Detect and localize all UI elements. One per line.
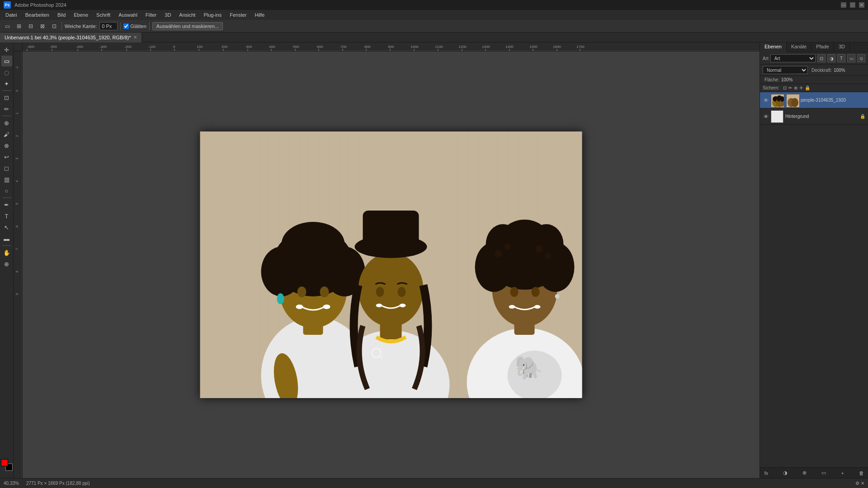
toolbar-addselect-icon[interactable]: ⊞	[14, 22, 24, 31]
tab-ebenen[interactable]: Ebenen	[760, 42, 787, 52]
glatten-checkbox[interactable]	[123, 23, 129, 29]
layer-controls-row: Art Art Name Effekt ⊡ ◑ T ▭ ⊙	[760, 52, 868, 65]
tool-text[interactable]: T	[1, 211, 12, 221]
layer-icon-adjust[interactable]: ◑	[827, 54, 835, 62]
layer-fx-button[interactable]: fx	[762, 469, 771, 478]
layer-delete-button[interactable]: 🗑	[857, 469, 866, 478]
menu-hilfe[interactable]: Hilfe	[251, 11, 268, 19]
menu-bearbeiten[interactable]: Bearbeiten	[22, 11, 53, 19]
tool-eyedropper[interactable]: ✏	[1, 103, 12, 114]
svg-point-97	[500, 220, 550, 260]
auswaehlen-button[interactable]: Auswählen und maskieren...	[152, 22, 223, 30]
tool-dodge[interactable]: ○	[1, 185, 12, 196]
tool-hand[interactable]: ✋	[1, 247, 12, 258]
layer-item-hintergrund[interactable]: 👁 Hintergrund 🔒	[760, 108, 868, 125]
blend-mode-select[interactable]: Normal Multiplizieren Bildschirm Überlag…	[763, 66, 808, 74]
svg-point-99	[505, 244, 511, 250]
menu-plugins[interactable]: Plug-ins	[200, 11, 225, 19]
layer-group-button[interactable]: ▭	[819, 469, 828, 478]
svg-text:1700: 1700	[576, 45, 585, 49]
svg-text:5: 5	[15, 203, 19, 205]
toolbar-newselect-icon[interactable]: ⊡	[50, 22, 59, 31]
svg-text:3: 3	[15, 158, 19, 160]
canvas-area[interactable]: -600 -500 -400 -300 -200 -100 0 100 200 …	[14, 42, 760, 478]
menu-3d[interactable]: 3D	[161, 11, 175, 19]
tool-brush[interactable]: 🖌	[1, 129, 12, 140]
layer-icon-smart[interactable]: ⊙	[857, 54, 865, 62]
tool-gradient[interactable]: ▥	[1, 174, 12, 185]
layer-item-photo[interactable]: 👁	[760, 92, 868, 108]
svg-point-84	[398, 287, 406, 297]
svg-point-102	[510, 287, 519, 297]
weiche-kante-input[interactable]	[99, 22, 118, 30]
panel-tabs: Ebenen Kanäle Pfade 3D	[760, 42, 868, 52]
foreground-color-swatch[interactable]	[1, 459, 8, 466]
tool-lasso[interactable]: ◌	[1, 67, 12, 78]
layer-eye-hintergrund[interactable]: 👁	[763, 113, 769, 120]
minimize-button[interactable]: —	[841, 2, 846, 8]
svg-text:4: 4	[15, 180, 19, 182]
menu-datei[interactable]: Datei	[2, 11, 21, 19]
tool-sep2	[2, 116, 11, 116]
tool-pen[interactable]: ✒	[1, 199, 12, 210]
svg-text:700: 700	[340, 45, 347, 49]
svg-text:-1: -1	[15, 66, 19, 69]
layer-eye-photo[interactable]: 👁	[763, 97, 769, 103]
tool-marquee[interactable]: ▭	[1, 56, 12, 66]
toolbox: ✛ ▭ ◌ ✦ ⊡ ✏ ⊕ 🖌 ⊗ ↩ ◻ ▥ ○ ✒ T ↖ ▬ ✋ ⊕	[0, 42, 14, 478]
layer-icon-pixel[interactable]: ⊡	[817, 54, 826, 62]
toolbar-rect-select-icon[interactable]: ▭	[3, 22, 12, 31]
tool-clone[interactable]: ⊗	[1, 140, 12, 151]
tool-move[interactable]: ✛	[1, 44, 12, 55]
layer-icon-text[interactable]: T	[837, 54, 845, 62]
tool-crop[interactable]: ⊡	[1, 92, 12, 103]
layer-type-select[interactable]: Art Name Effekt	[770, 54, 816, 62]
tool-magic-wand[interactable]: ✦	[1, 78, 12, 89]
svg-text:-400: -400	[76, 45, 84, 49]
canvas-content[interactable]: 🐘	[23, 52, 760, 478]
tool-zoom[interactable]: ⊕	[1, 258, 12, 269]
menu-fenster[interactable]: Fenster	[226, 11, 250, 19]
tool-path-select[interactable]: ↖	[1, 222, 12, 233]
toolbar-subtractselect-icon[interactable]: ⊟	[26, 22, 35, 31]
layer-icon-shape[interactable]: ▭	[847, 54, 855, 62]
menu-filter[interactable]: Filter	[142, 11, 160, 19]
layer-locked-icon: 🔒	[860, 114, 865, 119]
color-picker	[0, 459, 13, 476]
lock-artboard-icon[interactable]: ⊕	[794, 85, 797, 90]
tool-sep1	[2, 90, 11, 91]
layer-name-hintergrund: Hintergrund	[785, 114, 858, 119]
svg-text:-300: -300	[99, 45, 107, 49]
doc-tab-close[interactable]: ✕	[133, 35, 137, 40]
layer-thumbnail-hintergrund	[771, 110, 783, 123]
menu-bild[interactable]: Bild	[54, 11, 69, 19]
layer-mask-button[interactable]: ◑	[781, 469, 790, 478]
menu-ansicht[interactable]: Ansicht	[175, 11, 199, 19]
tool-healing[interactable]: ⊕	[1, 117, 12, 128]
ruler-top: -600 -500 -400 -300 -200 -100 0 100 200 …	[23, 42, 760, 52]
tab-pfade[interactable]: Pfade	[811, 42, 834, 52]
tool-sep3	[2, 197, 11, 198]
tool-history[interactable]: ↩	[1, 151, 12, 162]
close-button[interactable]: ✕	[859, 2, 864, 8]
maximize-button[interactable]: □	[850, 2, 855, 8]
menu-auswahl[interactable]: Auswahl	[115, 11, 141, 19]
lock-draw-icon[interactable]: ✏	[788, 85, 792, 90]
lock-all-icon[interactable]: 🔒	[805, 85, 810, 90]
menu-ebene[interactable]: Ebene	[70, 11, 92, 19]
svg-point-104	[509, 305, 515, 309]
svg-point-73	[320, 286, 329, 297]
tool-eraser[interactable]: ◻	[1, 163, 12, 174]
lock-move-icon[interactable]: ✛	[799, 85, 803, 90]
tool-shape[interactable]: ▬	[1, 233, 12, 244]
layer-adjustment-button[interactable]: ⊕	[800, 469, 809, 478]
tab-kanaele[interactable]: Kanäle	[787, 42, 811, 52]
doc-tab-active[interactable]: Unbenannt-1 bei 40,3% (people-3104635_19…	[0, 33, 142, 42]
lock-transparent-icon[interactable]: ⊡	[783, 85, 787, 90]
toolbar-sep1	[61, 22, 62, 30]
layer-new-button[interactable]: +	[838, 469, 847, 478]
svg-point-83	[376, 287, 384, 297]
tab-3d[interactable]: 3D	[834, 42, 850, 52]
menu-schrift[interactable]: Schrift	[93, 11, 114, 19]
toolbar-intersect-icon[interactable]: ⊠	[38, 22, 47, 31]
